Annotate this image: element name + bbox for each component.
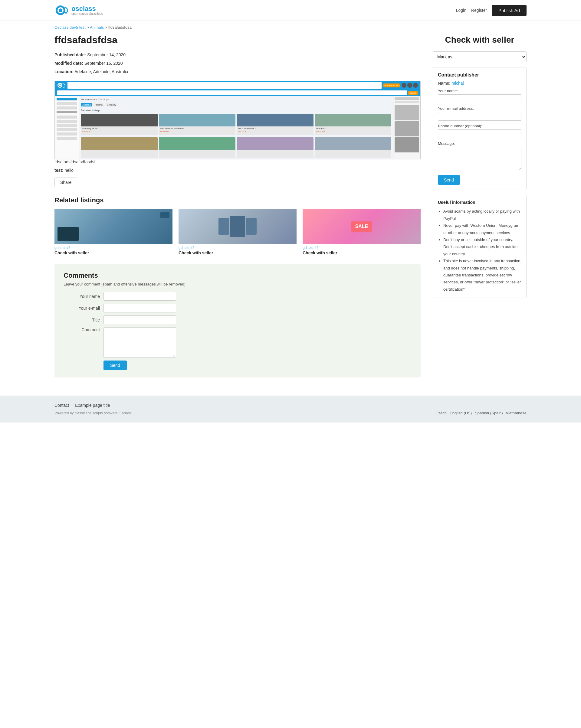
related-grid: gd test #2 Check with seller gd test #2 … (54, 209, 421, 255)
related-listing-title-2: Check with seller (179, 251, 297, 255)
related-listing-title-1: Check with seller (54, 251, 173, 255)
related-item-3: SALE gd test #2 Check with seller (303, 209, 421, 255)
header: osclass open source classifieds Login Re… (0, 0, 581, 21)
useful-info-title: Useful information (438, 200, 522, 205)
related-image-2 (179, 209, 297, 244)
lang-english[interactable]: English (US) (450, 411, 472, 415)
footer-powered: Powered by classifieds scripts software … (54, 411, 132, 415)
published-date: September 14, 2020 (87, 52, 126, 57)
comment-name-row: Your name (64, 292, 411, 301)
related-item-1: gd test #2 Check with seller (54, 209, 173, 255)
comment-body-label: Comment (64, 327, 100, 332)
related-image-1 (54, 209, 173, 244)
listing-description: fdsafadsfdsafsdfasdsf (54, 159, 421, 164)
footer-bottom: Powered by classifieds scripts software … (54, 411, 527, 415)
comment-send-button[interactable]: Send (103, 361, 127, 370)
related-category-1: gd test #2 (54, 245, 173, 250)
comment-title-row: Title (64, 315, 411, 324)
contact-send-button[interactable]: Send (438, 175, 460, 185)
listing-extra: test: hello (54, 168, 421, 173)
contact-box: Contact publisher Name: michal Your name… (433, 67, 527, 190)
comment-name-input[interactable] (103, 292, 176, 301)
comments-subtitle: Leave your comment (spam and offensive m… (64, 282, 411, 286)
lang-spanish[interactable]: Spanish (Spain) (475, 411, 503, 415)
location-value: Adelaide, Adelaide, Australia (74, 69, 128, 74)
comments-title: Comments (64, 271, 411, 280)
published-label: Published date: (54, 52, 86, 57)
breadcrumb-current: ffdsafadsfdsa (108, 25, 132, 30)
content-left: ffdsafadsfdsa Published date: September … (54, 34, 421, 387)
logo-name: osclass (71, 5, 103, 12)
contact-publisher-name-row: Name: michal (438, 81, 522, 85)
useful-item-3: Don't buy or sell outside of your countr… (443, 236, 522, 257)
modified-label: Modified date: (54, 61, 83, 66)
comment-name-label: Your name (64, 294, 100, 299)
content-right: Check with seller Mark as... Contact pub… (433, 34, 527, 298)
location-label: Location: (54, 69, 74, 74)
contact-your-name-label: Your name: (438, 88, 522, 93)
contact-message-textarea[interactable] (438, 147, 522, 171)
svg-point-6 (59, 84, 61, 86)
contact-message-label: Message: (438, 141, 522, 146)
listing-title: ffdsafadsfdsa (54, 34, 421, 46)
contact-phone-input[interactable] (438, 129, 522, 138)
contact-email-label: Your e-mail address: (438, 106, 522, 111)
login-link[interactable]: Login (456, 8, 466, 13)
breadcrumb: Osclass dev5 test > Animals > ffdsafadsf… (0, 21, 581, 31)
comment-body-row: Comment (64, 327, 411, 358)
header-nav: Login Register Publish Ad (456, 5, 527, 16)
mark-as-select[interactable]: Mark as... (433, 51, 527, 62)
useful-item-1: Avoid scams by acting locally or paying … (443, 208, 522, 222)
share-button[interactable]: Share (54, 178, 77, 187)
contact-email-input[interactable] (438, 112, 522, 121)
modified-date-row: Modified date: September 16, 2020 (54, 59, 421, 68)
comment-send-row: Send (103, 361, 411, 370)
contact-name-link[interactable]: michal (452, 81, 463, 85)
contact-email-field: Your e-mail address: (438, 106, 522, 121)
comment-body-textarea[interactable] (103, 327, 176, 358)
useful-item-2: Never pay with Western Union, Moneygram … (443, 222, 522, 236)
contact-box-title: Contact publisher (438, 72, 522, 78)
comment-email-input[interactable] (103, 304, 176, 312)
location-row: Location: Adelaide, Adelaide, Australia (54, 68, 421, 76)
breadcrumb-home[interactable]: Osclass dev5 test (54, 25, 86, 30)
lang-vietnamese[interactable]: Vietnamese (506, 411, 527, 415)
footer-link-contact[interactable]: Contact (54, 403, 69, 408)
comments-form: Your name Your e-mail Title Comment Send (64, 292, 411, 370)
related-image-3: SALE (303, 209, 421, 244)
contact-phone-label: Phone number (optional): (438, 124, 522, 128)
listing-meta: Published date: September 14, 2020 Modif… (54, 51, 421, 76)
check-with-seller-title: Check with seller (433, 34, 527, 45)
related-item-2: gd test #2 Check with seller (179, 209, 297, 255)
modified-date: September 16, 2020 (84, 61, 123, 66)
related-listing-title-3: Check with seller (303, 251, 421, 255)
contact-your-name-input[interactable] (438, 94, 522, 103)
svg-point-2 (59, 8, 62, 12)
main-image: + Post an all Search (54, 81, 421, 159)
register-link[interactable]: Register (471, 8, 487, 13)
breadcrumb-category[interactable]: Animals (90, 25, 104, 30)
logo-tagline: open source classifieds (71, 12, 103, 16)
footer: Contact Example page title Powered by cl… (0, 396, 581, 422)
logo: osclass open source classifieds (54, 3, 103, 18)
extra-label: test: (54, 168, 64, 173)
related-category-2: gd test #2 (179, 245, 297, 250)
published-date-row: Published date: September 14, 2020 (54, 51, 421, 59)
logo-icon (54, 3, 69, 18)
comment-title-input[interactable] (103, 315, 176, 324)
main-container: ffdsafadsfdsa Published date: September … (0, 34, 581, 387)
comment-title-label: Title (64, 318, 100, 322)
svg-point-3 (65, 12, 67, 14)
contact-name-label: Name: (438, 81, 450, 85)
extra-value: hello (65, 168, 74, 173)
lang-czech[interactable]: Czech (435, 411, 447, 415)
useful-info-list: Avoid scams by acting locally or paying … (438, 208, 522, 293)
footer-link-example[interactable]: Example page title (75, 403, 110, 408)
related-title: Related listings (54, 196, 421, 204)
publish-ad-button[interactable]: Publish Ad (492, 5, 527, 16)
comments-section: Comments Leave your comment (spam and of… (54, 264, 421, 378)
useful-info-box: Useful information Avoid scams by acting… (433, 195, 527, 298)
footer-links: Contact Example page title (54, 403, 527, 408)
ss-logo (57, 83, 66, 88)
related-category-3: gd test #2 (303, 245, 421, 250)
